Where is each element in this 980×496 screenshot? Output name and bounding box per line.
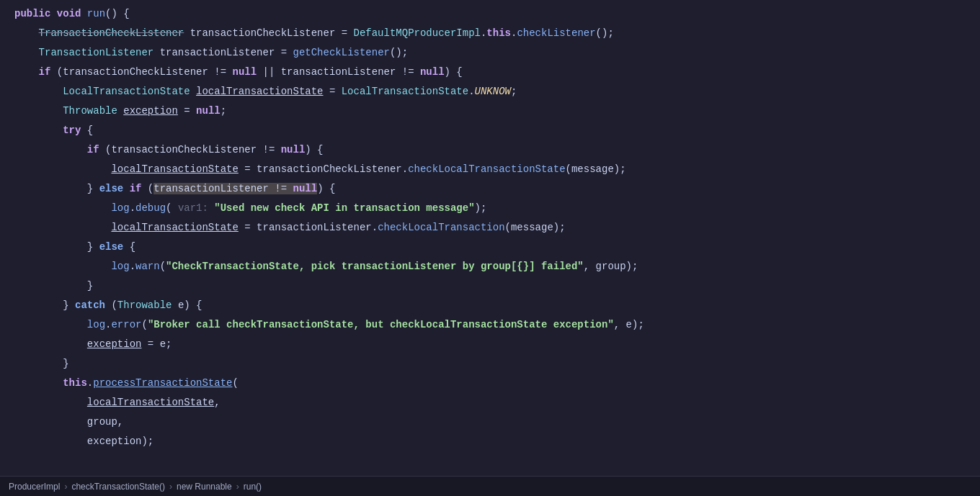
code-tail: localTransactionState, group, exception)… — [14, 393, 966, 451]
breadcrumb-item-0[interactable]: ProducerImpl — [9, 482, 60, 492]
breadcrumb-bar: ProducerImpl › checkTransactionState() ›… — [0, 476, 980, 496]
breadcrumb-sep-0: › — [64, 482, 67, 492]
breadcrumb-item-3[interactable]: run() — [244, 482, 262, 492]
code-pre: public void run() { TransactionCheckList… — [14, 4, 966, 374]
autocomplete-region: this.processTransactionState( this.proce… — [14, 374, 966, 393]
breadcrumb-item-2[interactable]: new Runnable — [177, 482, 232, 492]
code-editor: public void run() { TransactionCheckList… — [0, 0, 980, 476]
breadcrumb-item-1[interactable]: checkTransactionState() — [71, 482, 165, 492]
breadcrumb-sep-2: › — [236, 482, 239, 492]
code-line-this: this.processTransactionState( — [14, 374, 966, 393]
code-content: public void run() { TransactionCheckList… — [0, 0, 980, 456]
breadcrumb-sep-1: › — [169, 482, 172, 492]
